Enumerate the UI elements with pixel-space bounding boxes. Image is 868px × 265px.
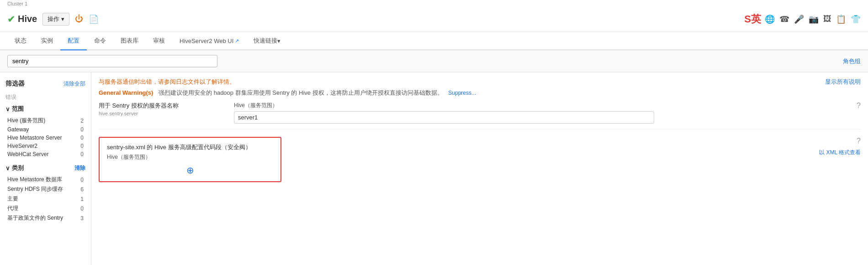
- category-item-proxy[interactable]: 代理 0: [5, 204, 85, 213]
- action-button[interactable]: 操作 ▾: [42, 13, 69, 26]
- tab-status[interactable]: 状态: [7, 32, 34, 50]
- cluster-name: Cluster 1: [7, 1, 27, 6]
- scope-item-metastore[interactable]: Hive Metastore Server 0: [5, 134, 85, 142]
- category-item-metastore-db[interactable]: Hive Metastore 数据库 0: [5, 175, 85, 184]
- general-warning-text: 强烈建议使用安全的 hadoop 群集应用使用 Sentry 的 Hive 授权…: [159, 89, 443, 96]
- scope-arrow-icon: ∨: [5, 106, 10, 113]
- help-icon-sentry-server[interactable]: ?: [857, 102, 861, 110]
- file-icon[interactable]: 📄: [89, 14, 99, 24]
- config-label-sentry-server: 用于 Sentry 授权的服务器名称 hive.sentry.server: [99, 102, 227, 116]
- app-title: ✔ Hive: [7, 14, 37, 25]
- power-icon[interactable]: ⏻: [75, 14, 83, 24]
- config-value-sentry-server: Hive（服务范围）: [234, 102, 857, 124]
- warning-top: 与服务器通信时出错，请参阅日志文件以了解详情。: [99, 78, 235, 86]
- search-bar: 角色组: [0, 50, 868, 72]
- category-item-sentry-hdfs[interactable]: Sentry HDFS 同步缓存 6: [5, 184, 85, 194]
- clipboard-icon[interactable]: 📋: [836, 14, 846, 24]
- shirt-icon[interactable]: 👕: [851, 14, 861, 24]
- scope-item-hive[interactable]: Hive (服务范围) 2: [5, 116, 85, 125]
- phone-icon[interactable]: ☎: [779, 14, 789, 24]
- category-item-sentry-policy[interactable]: 基于政策文件的 Sentry 3: [5, 213, 85, 223]
- show-all-link[interactable]: 显示所有说明: [825, 78, 861, 86]
- suppress-link[interactable]: Suppress...: [448, 90, 476, 96]
- tab-audit[interactable]: 审核: [146, 32, 172, 50]
- top-icons: 🌐 ☎ 🎤 📷 🖼 📋 👕: [765, 14, 861, 24]
- top-bar: ✔ Hive 操作 ▾ ⏻ 📄 S英 🌐 ☎ 🎤 📷 🖼 📋 👕: [0, 6, 868, 32]
- cluster-label: Cluster 1: [0, 0, 868, 6]
- config-item-sentry-server: 用于 Sentry 授权的服务器名称 hive.sentry.server Hi…: [99, 102, 861, 130]
- category-section: ∨ 类别 清除 Hive Metastore 数据库 0 Sentry HDFS…: [5, 164, 85, 223]
- image-icon[interactable]: 🖼: [823, 14, 831, 24]
- tab-commands[interactable]: 命令: [87, 32, 113, 50]
- search-input[interactable]: [7, 55, 217, 67]
- sidebar: 筛选器 清除全部 错误 ∨ 范围 Hive (服务范围) 2 Gateway 0…: [0, 72, 91, 265]
- config-label-sentry-xml: sentry-site.xml 的 Hive 服务高级配置代码段（安全阀） Hi…: [99, 137, 281, 186]
- action-button-label: 操作: [48, 15, 59, 23]
- add-config-button[interactable]: ⊕: [107, 165, 273, 176]
- tab-instances[interactable]: 实例: [34, 32, 60, 50]
- category-item-main[interactable]: 主要 1: [5, 194, 85, 204]
- help-icon-sentry-xml[interactable]: ?: [857, 137, 861, 145]
- scope-item-gateway[interactable]: Gateway 0: [5, 125, 85, 134]
- category-clear-button[interactable]: 清除: [74, 164, 85, 172]
- scope-section: ∨ 范围 Hive (服务范围) 2 Gateway 0 Hive Metast…: [5, 105, 85, 158]
- external-link-icon: ↗: [235, 38, 239, 44]
- brand-icon: S英: [744, 12, 761, 26]
- general-warning-title: General Warning(s): [99, 89, 153, 96]
- top-bar-right: S英 🌐 ☎ 🎤 📷 🖼 📋 👕: [744, 12, 861, 26]
- error-section: 错误: [5, 93, 85, 101]
- app-title-text: Hive: [18, 14, 37, 24]
- globe-icon[interactable]: 🌐: [765, 14, 775, 24]
- tab-charts[interactable]: 图表库: [113, 32, 146, 50]
- category-arrow-icon: ∨: [5, 165, 10, 172]
- xml-link[interactable]: 以 XML 格式查看: [819, 149, 861, 157]
- clear-all-button[interactable]: 清除全部: [64, 80, 85, 88]
- content-area: 与服务器通信时出错，请参阅日志文件以了解详情。 显示所有说明 General W…: [91, 72, 868, 265]
- sidebar-title: 筛选器: [5, 80, 25, 88]
- chevron-down-icon: ▾: [61, 16, 64, 22]
- scope-item-webhcat[interactable]: WebHCat Server 0: [5, 150, 85, 158]
- scope-item-hiveserver2[interactable]: HiveServer2 0: [5, 142, 85, 150]
- tab-quick-links[interactable]: 快速链接 ▾: [246, 32, 288, 50]
- nav-tabs: 状态 实例 配置 命令 图表库 审核 HiveServer2 Web UI ↗ …: [0, 32, 868, 50]
- advanced-config-box: sentry-site.xml 的 Hive 服务高级配置代码段（安全阀） Hi…: [99, 137, 281, 182]
- error-label: 错误: [5, 94, 16, 100]
- config-item-sentry-xml: sentry-site.xml 的 Hive 服务高级配置代码段（安全阀） Hi…: [99, 137, 861, 191]
- mic-icon[interactable]: 🎤: [794, 14, 804, 24]
- tab-config[interactable]: 配置: [60, 32, 87, 50]
- check-icon: ✔: [7, 14, 15, 25]
- top-bar-left: ✔ Hive 操作 ▾ ⏻ 📄: [7, 13, 99, 26]
- sidebar-header: 筛选器 清除全部: [5, 80, 85, 88]
- camera-icon[interactable]: 📷: [809, 14, 819, 24]
- dropdown-arrow-icon: ▾: [277, 38, 281, 44]
- role-group-link[interactable]: 角色组: [843, 57, 861, 65]
- category-section-title[interactable]: ∨ 类别 清除: [5, 164, 85, 172]
- tab-hiveserver2-webui[interactable]: HiveServer2 Web UI ↗: [172, 32, 246, 50]
- sentry-server-input[interactable]: [234, 111, 654, 124]
- main-content: 筛选器 清除全部 错误 ∨ 范围 Hive (服务范围) 2 Gateway 0…: [0, 72, 868, 265]
- general-warning: General Warning(s) 强烈建议使用安全的 hadoop 群集应用…: [99, 89, 861, 97]
- scope-section-title[interactable]: ∨ 范围: [5, 105, 85, 113]
